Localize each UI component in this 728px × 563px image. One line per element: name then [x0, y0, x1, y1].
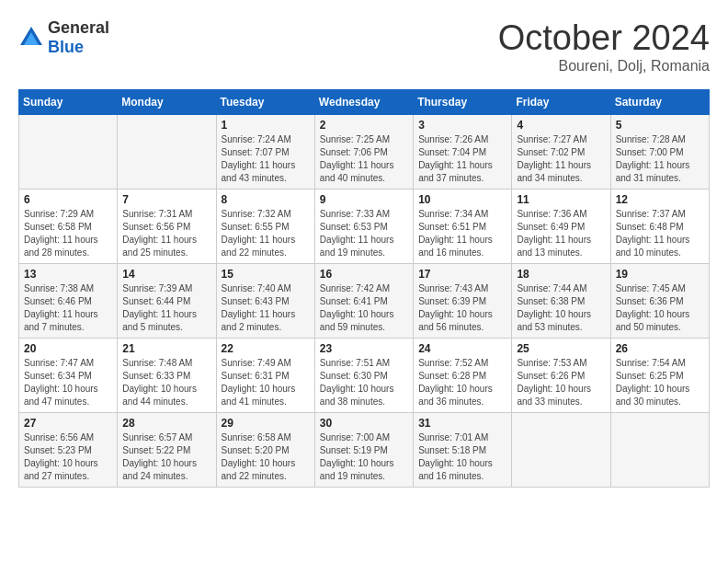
calendar-header-row: SundayMondayTuesdayWednesdayThursdayFrid…: [19, 90, 710, 115]
cell-content: Sunrise: 7:42 AMSunset: 6:41 PMDaylight:…: [320, 282, 408, 334]
calendar-cell: 26Sunrise: 7:54 AMSunset: 6:25 PMDayligh…: [610, 339, 709, 413]
month-title: October 2024: [498, 18, 710, 58]
logo-general: General: [48, 18, 109, 37]
logo: General Blue: [18, 18, 109, 57]
cell-content: Sunrise: 7:29 AMSunset: 6:58 PMDaylight:…: [24, 208, 112, 259]
day-number: 15: [222, 268, 310, 281]
day-number: 2: [320, 119, 408, 132]
logo-blue: Blue: [48, 38, 84, 56]
cell-content: Sunrise: 7:01 AMSunset: 5:18 PMDaylight:…: [418, 431, 506, 483]
cell-content: Sunrise: 6:58 AMSunset: 5:20 PMDaylight:…: [222, 431, 310, 483]
column-header-monday: Monday: [118, 90, 216, 115]
cell-content: Sunrise: 7:48 AMSunset: 6:33 PMDaylight:…: [122, 357, 210, 408]
calendar-cell: 31Sunrise: 7:01 AMSunset: 5:18 PMDayligh…: [414, 413, 512, 488]
day-number: 21: [122, 342, 210, 355]
day-number: 17: [418, 268, 506, 281]
calendar-cell: 27Sunrise: 6:56 AMSunset: 5:23 PMDayligh…: [19, 413, 118, 488]
day-number: 18: [517, 268, 605, 281]
day-number: 7: [122, 193, 210, 206]
column-header-saturday: Saturday: [610, 90, 709, 115]
day-number: 13: [24, 268, 112, 281]
calendar-table: SundayMondayTuesdayWednesdayThursdayFrid…: [18, 89, 710, 488]
day-number: 26: [616, 342, 704, 355]
cell-content: Sunrise: 7:37 AMSunset: 6:48 PMDaylight:…: [616, 208, 704, 259]
day-number: 30: [320, 417, 408, 430]
cell-content: Sunrise: 6:57 AMSunset: 5:22 PMDaylight:…: [122, 431, 210, 483]
day-number: 11: [517, 193, 605, 206]
calendar-week-row: 6Sunrise: 7:29 AMSunset: 6:58 PMDaylight…: [19, 190, 710, 264]
cell-content: Sunrise: 7:31 AMSunset: 6:56 PMDaylight:…: [122, 208, 210, 259]
cell-content: Sunrise: 7:28 AMSunset: 7:00 PMDaylight:…: [616, 133, 704, 185]
location: Boureni, Dolj, Romania: [498, 58, 710, 75]
calendar-cell: 16Sunrise: 7:42 AMSunset: 6:41 PMDayligh…: [314, 264, 413, 339]
cell-content: Sunrise: 7:54 AMSunset: 6:25 PMDaylight:…: [616, 357, 704, 408]
day-number: 27: [24, 417, 112, 430]
cell-content: Sunrise: 7:25 AMSunset: 7:06 PMDaylight:…: [320, 133, 408, 185]
logo-text: General Blue: [48, 18, 109, 57]
calendar-cell: 10Sunrise: 7:34 AMSunset: 6:51 PMDayligh…: [414, 190, 512, 264]
calendar-cell: 28Sunrise: 6:57 AMSunset: 5:22 PMDayligh…: [118, 413, 216, 488]
day-number: 31: [418, 417, 506, 430]
cell-content: Sunrise: 7:53 AMSunset: 6:26 PMDaylight:…: [517, 357, 605, 408]
cell-content: Sunrise: 7:45 AMSunset: 6:36 PMDaylight:…: [616, 282, 704, 334]
calendar-week-row: 13Sunrise: 7:38 AMSunset: 6:46 PMDayligh…: [19, 264, 710, 339]
day-number: 4: [517, 119, 605, 132]
calendar-cell: [512, 413, 610, 488]
calendar-cell: 14Sunrise: 7:39 AMSunset: 6:44 PMDayligh…: [118, 264, 216, 339]
day-number: 3: [418, 119, 506, 132]
column-header-wednesday: Wednesday: [314, 90, 413, 115]
logo-icon: [18, 25, 44, 51]
calendar-week-row: 27Sunrise: 6:56 AMSunset: 5:23 PMDayligh…: [19, 413, 710, 488]
calendar-week-row: 1Sunrise: 7:24 AMSunset: 7:07 PMDaylight…: [19, 115, 710, 190]
day-number: 19: [616, 268, 704, 281]
calendar-cell: 3Sunrise: 7:26 AMSunset: 7:04 PMDaylight…: [414, 115, 512, 190]
page-header: General Blue October 2024 Boureni, Dolj,…: [18, 18, 710, 75]
day-number: 24: [418, 342, 506, 355]
day-number: 20: [24, 342, 112, 355]
calendar-cell: 19Sunrise: 7:45 AMSunset: 6:36 PMDayligh…: [610, 264, 709, 339]
cell-content: Sunrise: 7:52 AMSunset: 6:28 PMDaylight:…: [418, 357, 506, 408]
title-block: October 2024 Boureni, Dolj, Romania: [498, 18, 710, 75]
calendar-cell: 24Sunrise: 7:52 AMSunset: 6:28 PMDayligh…: [414, 339, 512, 413]
calendar-cell: 6Sunrise: 7:29 AMSunset: 6:58 PMDaylight…: [19, 190, 118, 264]
calendar-week-row: 20Sunrise: 7:47 AMSunset: 6:34 PMDayligh…: [19, 339, 710, 413]
calendar-cell: 5Sunrise: 7:28 AMSunset: 7:00 PMDaylight…: [610, 115, 709, 190]
cell-content: Sunrise: 7:26 AMSunset: 7:04 PMDaylight:…: [418, 133, 506, 185]
day-number: 28: [122, 417, 210, 430]
calendar-cell: 25Sunrise: 7:53 AMSunset: 6:26 PMDayligh…: [512, 339, 610, 413]
day-number: 5: [616, 119, 704, 132]
day-number: 9: [320, 193, 408, 206]
cell-content: Sunrise: 7:33 AMSunset: 6:53 PMDaylight:…: [320, 208, 408, 259]
calendar-cell: 29Sunrise: 6:58 AMSunset: 5:20 PMDayligh…: [216, 413, 314, 488]
calendar-cell: 15Sunrise: 7:40 AMSunset: 6:43 PMDayligh…: [216, 264, 314, 339]
calendar-cell: 17Sunrise: 7:43 AMSunset: 6:39 PMDayligh…: [414, 264, 512, 339]
calendar-cell: 8Sunrise: 7:32 AMSunset: 6:55 PMDaylight…: [216, 190, 314, 264]
column-header-sunday: Sunday: [19, 90, 118, 115]
column-header-thursday: Thursday: [414, 90, 512, 115]
cell-content: Sunrise: 7:39 AMSunset: 6:44 PMDaylight:…: [122, 282, 210, 334]
day-number: 29: [222, 417, 310, 430]
calendar-cell: 18Sunrise: 7:44 AMSunset: 6:38 PMDayligh…: [512, 264, 610, 339]
day-number: 14: [122, 268, 210, 281]
cell-content: Sunrise: 7:24 AMSunset: 7:07 PMDaylight:…: [222, 133, 310, 185]
calendar-cell: [610, 413, 709, 488]
calendar-cell: [118, 115, 216, 190]
calendar-cell: 13Sunrise: 7:38 AMSunset: 6:46 PMDayligh…: [19, 264, 118, 339]
calendar-cell: 1Sunrise: 7:24 AMSunset: 7:07 PMDaylight…: [216, 115, 314, 190]
day-number: 6: [24, 193, 112, 206]
cell-content: Sunrise: 7:47 AMSunset: 6:34 PMDaylight:…: [24, 357, 112, 408]
cell-content: Sunrise: 7:38 AMSunset: 6:46 PMDaylight:…: [24, 282, 112, 334]
calendar-cell: 12Sunrise: 7:37 AMSunset: 6:48 PMDayligh…: [610, 190, 709, 264]
day-number: 12: [616, 193, 704, 206]
day-number: 16: [320, 268, 408, 281]
calendar-cell: 20Sunrise: 7:47 AMSunset: 6:34 PMDayligh…: [19, 339, 118, 413]
cell-content: Sunrise: 7:44 AMSunset: 6:38 PMDaylight:…: [517, 282, 605, 334]
calendar-cell: 22Sunrise: 7:49 AMSunset: 6:31 PMDayligh…: [216, 339, 314, 413]
day-number: 8: [222, 193, 310, 206]
calendar-cell: 4Sunrise: 7:27 AMSunset: 7:02 PMDaylight…: [512, 115, 610, 190]
cell-content: Sunrise: 7:40 AMSunset: 6:43 PMDaylight:…: [222, 282, 310, 334]
cell-content: Sunrise: 7:36 AMSunset: 6:49 PMDaylight:…: [517, 208, 605, 259]
cell-content: Sunrise: 7:32 AMSunset: 6:55 PMDaylight:…: [222, 208, 310, 259]
cell-content: Sunrise: 7:43 AMSunset: 6:39 PMDaylight:…: [418, 282, 506, 334]
calendar-cell: 9Sunrise: 7:33 AMSunset: 6:53 PMDaylight…: [314, 190, 413, 264]
